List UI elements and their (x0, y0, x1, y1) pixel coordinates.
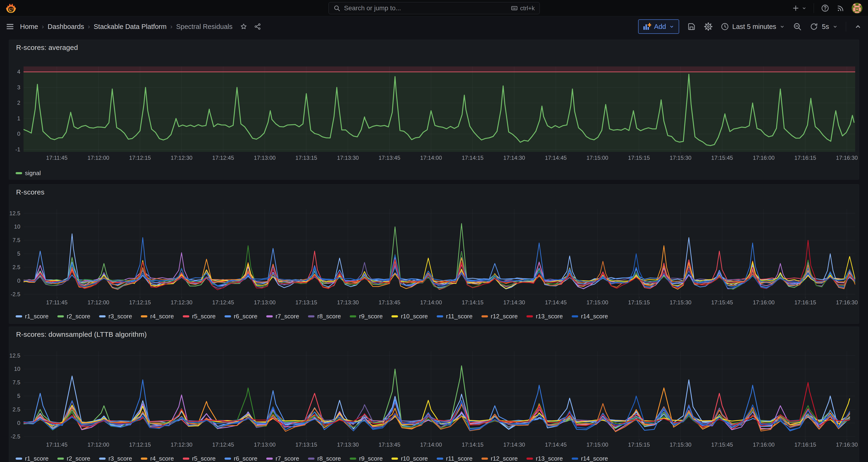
x-axis-tick-label: 17:11:45 (40, 299, 73, 306)
legend-item-r7_score[interactable]: r7_score (266, 313, 299, 320)
y-axis-tick-label: 2 (9, 100, 20, 106)
legend-item-r8_score[interactable]: r8_score (308, 455, 341, 462)
legend-item-r13_score[interactable]: r13_score (526, 455, 563, 462)
legend-item-r9_score[interactable]: r9_score (350, 455, 382, 462)
breadcrumb-home[interactable]: Home (20, 23, 38, 31)
x-axis-tick-label: 17:16:00 (747, 441, 780, 448)
collapse-controls-button[interactable] (854, 23, 862, 31)
legend-label: r14_score (581, 313, 608, 320)
x-axis-tick-label: 17:13:00 (248, 441, 281, 448)
legend-swatch (266, 458, 273, 460)
help-button[interactable] (821, 4, 829, 12)
legend-swatch (224, 315, 231, 317)
x-axis-tick (57, 439, 57, 441)
legend-item-r10_score[interactable]: r10_score (392, 455, 428, 462)
time-series-plot[interactable] (24, 66, 855, 152)
news-button[interactable] (836, 4, 845, 12)
new-button[interactable] (792, 4, 807, 12)
zoom-out-button[interactable] (793, 22, 802, 31)
legend-item-r11_score[interactable]: r11_score (437, 455, 473, 462)
legend-label: r8_score (317, 313, 341, 320)
help-icon (821, 4, 829, 12)
x-axis-tick-label: 17:13:45 (373, 441, 406, 448)
legend-item-r6_score[interactable]: r6_score (224, 455, 257, 462)
legend-item-r12_score[interactable]: r12_score (482, 455, 518, 462)
x-axis-tick-label: 17:16:15 (789, 155, 822, 161)
legend-item-r3_score[interactable]: r3_score (99, 313, 132, 320)
save-dashboard-button[interactable] (687, 22, 696, 31)
x-axis-tick-label: 17:12:45 (207, 299, 240, 306)
panel-title[interactable]: R-scores: averaged (16, 43, 78, 52)
legend-item-r2_score[interactable]: r2_score (57, 455, 90, 462)
y-axis-tick-label: 7.5 (9, 237, 20, 244)
legend-item-r6_score[interactable]: r6_score (224, 313, 257, 320)
breadcrumb-folder[interactable]: Stackable Data Platform (94, 23, 167, 31)
legend-item-r10_score[interactable]: r10_score (392, 313, 428, 320)
x-axis-tick-label: 17:14:45 (539, 155, 572, 161)
x-axis-tick-label: 17:13:15 (290, 441, 323, 448)
x-axis-tick (722, 297, 722, 299)
y-axis-tick-label: 0 (9, 420, 20, 426)
legend-item-r7_score[interactable]: r7_score (266, 455, 299, 462)
x-axis-tick (805, 152, 806, 154)
dashboard-settings-button[interactable] (704, 22, 713, 31)
legend-item-r3_score[interactable]: r3_score (99, 455, 132, 462)
legend-label: r6_score (234, 313, 257, 320)
refresh-button[interactable] (810, 22, 818, 31)
legend-item-r13_score[interactable]: r13_score (526, 313, 563, 320)
legend-swatch (99, 458, 105, 460)
legend-item-r2_score[interactable]: r2_score (57, 313, 90, 320)
legend-item-r14_score[interactable]: r14_score (572, 455, 608, 462)
legend-item-signal[interactable]: signal (16, 170, 41, 177)
legend-item-r8_score[interactable]: r8_score (308, 313, 341, 320)
legend-item-r11_score[interactable]: r11_score (437, 313, 473, 320)
share-button[interactable] (254, 23, 261, 30)
time-series-plot[interactable] (24, 209, 855, 297)
legend-item-r1_score[interactable]: r1_score (16, 313, 49, 320)
x-axis-tick-label: 17:15:45 (706, 441, 738, 448)
add-button[interactable]: Add (638, 19, 679, 34)
x-axis-tick-label: 17:14:15 (456, 441, 489, 448)
x-axis-tick-label: 17:16:30 (831, 441, 863, 448)
plus-icon (792, 4, 800, 12)
x-axis-tick-label: 17:15:30 (664, 441, 697, 448)
panel-title[interactable]: R-scores (16, 188, 44, 196)
y-axis-tick-label: 10 (9, 223, 20, 230)
legend-label: r5_score (192, 313, 216, 320)
legend-swatch (437, 458, 443, 460)
legend-item-r12_score[interactable]: r12_score (482, 313, 518, 320)
time-series-plot[interactable] (24, 351, 855, 439)
legend-item-r5_score[interactable]: r5_score (183, 455, 216, 462)
chevron-down-icon (779, 24, 785, 29)
breadcrumb-separator: › (88, 23, 90, 30)
x-axis-tick-label: 17:12:30 (165, 299, 198, 306)
favorite-button[interactable] (240, 23, 247, 30)
legend-item-r4_score[interactable]: r4_score (141, 455, 174, 462)
refresh-interval-picker[interactable]: 5s (822, 23, 838, 31)
legend-label: r4_score (150, 313, 174, 320)
panel-title[interactable]: R-scores: downsampled (LTTB algorithm) (16, 331, 147, 338)
y-axis-tick-label: -2.5 (9, 433, 20, 440)
legend-item-r9_score[interactable]: r9_score (350, 313, 382, 320)
avatar[interactable] (852, 3, 862, 13)
legend-item-r4_score[interactable]: r4_score (141, 313, 174, 320)
y-axis-tick-label: 7.5 (9, 379, 20, 386)
legend-swatch (16, 315, 22, 317)
x-axis-tick-label: 17:15:15 (623, 299, 655, 306)
legend-label: r4_score (150, 455, 174, 462)
breadcrumb-dashboards[interactable]: Dashboards (48, 23, 84, 31)
time-range-picker[interactable]: Last 5 minutes (721, 22, 785, 31)
legend-item-r1_score[interactable]: r1_score (16, 455, 49, 462)
x-axis-tick-label: 17:11:45 (40, 155, 73, 161)
legend-item-r5_score[interactable]: r5_score (183, 313, 216, 320)
legend-item-r14_score[interactable]: r14_score (572, 313, 608, 320)
legend-label: r5_score (192, 455, 216, 462)
menu-button[interactable] (6, 22, 14, 31)
x-axis-tick (57, 152, 57, 154)
x-axis-tick-label: 17:15:30 (664, 155, 697, 161)
x-axis-tick-label: 17:15:15 (623, 441, 655, 448)
x-axis-tick-label: 17:13:45 (373, 299, 406, 306)
search-input[interactable]: Search or jump to... ctrl+k (329, 2, 540, 14)
grafana-logo-icon[interactable] (6, 3, 16, 13)
x-axis-tick-label: 17:12:00 (82, 155, 115, 161)
